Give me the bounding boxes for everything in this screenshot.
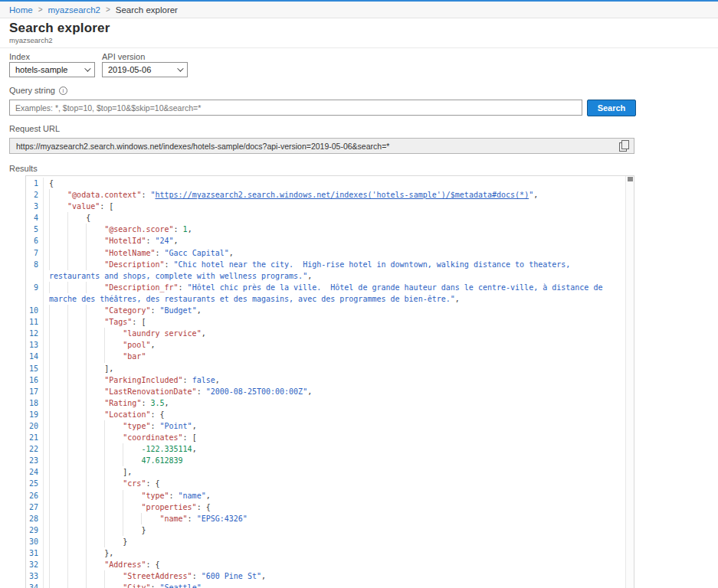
code-text: "@search.score": 1, bbox=[43, 224, 625, 235]
copy-icon[interactable] bbox=[619, 140, 630, 152]
indent-guide bbox=[123, 501, 141, 513]
line-number: 34 bbox=[26, 582, 43, 588]
indent-guide bbox=[67, 328, 86, 339]
code-text: "Description": "Chic hotel near the city… bbox=[43, 259, 625, 282]
indent-guide bbox=[67, 247, 86, 259]
indent-guide bbox=[67, 501, 86, 513]
indent-guide bbox=[49, 582, 67, 588]
code-text: "@odata.context": "https://myazsearch2.s… bbox=[43, 189, 625, 201]
code-line: 4{ bbox=[26, 212, 625, 224]
indent-guide bbox=[49, 420, 67, 432]
code-line: 34"City": "Seattle", bbox=[26, 582, 625, 588]
indent-guide bbox=[104, 501, 123, 513]
line-number: 3 bbox=[26, 201, 43, 212]
indent-guide bbox=[49, 501, 67, 513]
code-line: 10"Category": "Budget", bbox=[26, 305, 625, 316]
info-icon[interactable]: i bbox=[59, 87, 67, 95]
indent-guide bbox=[67, 466, 86, 478]
line-number: 28 bbox=[26, 513, 43, 524]
indent-guide bbox=[67, 582, 86, 588]
indent-guide bbox=[86, 524, 104, 536]
request-url-field bbox=[9, 138, 634, 154]
indent-guide bbox=[67, 536, 86, 547]
indent-guide bbox=[104, 432, 123, 443]
chevron-down-icon bbox=[177, 65, 183, 71]
indent-guide bbox=[49, 305, 67, 316]
code-text: "crs": { bbox=[43, 478, 625, 489]
chevron-down-icon bbox=[84, 65, 90, 71]
indent-guide bbox=[67, 374, 86, 386]
indent-guide bbox=[49, 328, 67, 339]
indent-guide bbox=[104, 443, 123, 455]
indent-guide bbox=[49, 478, 67, 489]
indent-guide bbox=[86, 570, 104, 582]
code-text: "StreetAddress": "600 Pine St", bbox=[43, 570, 625, 582]
index-dropdown[interactable]: hotels-sample bbox=[9, 62, 95, 77]
line-number: 12 bbox=[26, 328, 43, 339]
code-line: 15], bbox=[26, 363, 625, 374]
indent-guide bbox=[104, 582, 123, 588]
indent-guide bbox=[86, 409, 104, 420]
code-line: 24], bbox=[26, 466, 625, 478]
indent-guide bbox=[49, 212, 67, 224]
code-line: 11"Tags": [ bbox=[26, 316, 625, 328]
scrollbar-thumb[interactable] bbox=[628, 177, 633, 181]
indent-guide bbox=[49, 524, 67, 536]
indent-guide bbox=[86, 501, 104, 513]
indent-guide bbox=[67, 455, 86, 466]
line-number: 25 bbox=[26, 478, 43, 489]
indent-guide bbox=[104, 339, 123, 351]
indent-guide bbox=[67, 305, 86, 316]
code-text: -122.335114, bbox=[43, 443, 625, 455]
indent-guide bbox=[49, 570, 67, 582]
request-url-input[interactable] bbox=[9, 138, 634, 154]
indent-guide bbox=[104, 570, 123, 582]
indent-guide bbox=[104, 524, 123, 536]
code-text: }, bbox=[43, 547, 625, 559]
code-line: 31}, bbox=[26, 547, 625, 559]
results-scrollbar[interactable] bbox=[625, 176, 634, 588]
line-number: 18 bbox=[26, 397, 43, 409]
indent-guide bbox=[86, 432, 104, 443]
query-string-input[interactable] bbox=[9, 100, 582, 116]
indent-guide bbox=[67, 524, 86, 536]
code-text: 47.612839 bbox=[43, 455, 625, 466]
indent-guide bbox=[49, 490, 67, 501]
line-number: 21 bbox=[26, 432, 43, 443]
breadcrumb-service-link[interactable]: myazsearch2 bbox=[48, 5, 100, 15]
code-text: "name": "EPSG:4326" bbox=[43, 513, 625, 524]
indent-guide bbox=[67, 339, 86, 351]
indent-guide bbox=[86, 363, 104, 374]
code-line: 16"ParkingIncluded": false, bbox=[26, 374, 625, 386]
indent-guide bbox=[49, 316, 67, 328]
indent-guide bbox=[67, 386, 86, 397]
line-number: 30 bbox=[26, 536, 43, 547]
breadcrumb-current-page: Search explorer bbox=[116, 5, 178, 15]
indent-guide bbox=[141, 513, 159, 524]
breadcrumb-home-link[interactable]: Home bbox=[9, 5, 33, 15]
search-button[interactable]: Search bbox=[587, 100, 636, 116]
line-number: 8 bbox=[26, 259, 43, 270]
code-text: "Location": { bbox=[43, 409, 625, 420]
indent-guide bbox=[104, 513, 123, 524]
line-number: 19 bbox=[26, 409, 43, 420]
code-text: "laundry service", bbox=[43, 328, 625, 339]
line-number: 11 bbox=[26, 316, 43, 328]
indent-guide bbox=[86, 386, 104, 397]
query-string-label-row: Query string i bbox=[9, 86, 67, 95]
indent-guide bbox=[67, 316, 86, 328]
indent-guide bbox=[86, 259, 104, 270]
code-text: "City": "Seattle", bbox=[43, 582, 625, 588]
indent-guide bbox=[86, 443, 104, 455]
indent-guide bbox=[104, 466, 123, 478]
code-text: ], bbox=[43, 363, 625, 374]
api-version-dropdown[interactable]: 2019-05-06 bbox=[102, 62, 188, 77]
line-number: 1 bbox=[26, 178, 43, 189]
code-text: "ParkingIncluded": false, bbox=[43, 374, 625, 386]
indent-guide bbox=[49, 466, 67, 478]
index-dropdown-value: hotels-sample bbox=[15, 65, 67, 74]
code-line: 25"crs": { bbox=[26, 478, 625, 489]
line-number: 33 bbox=[26, 570, 43, 582]
indent-guide bbox=[67, 432, 86, 443]
indent-guide bbox=[49, 536, 67, 547]
